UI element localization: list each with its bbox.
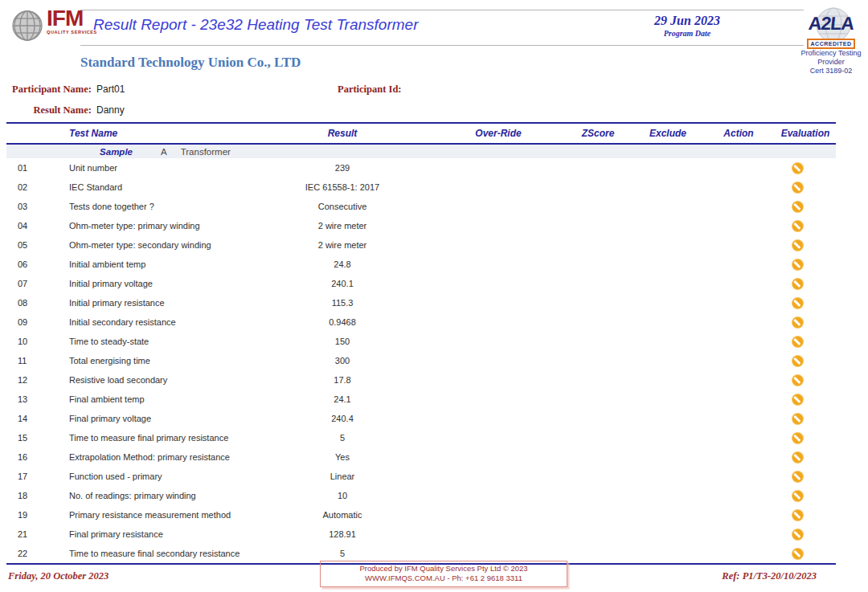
row-test-name: Time to measure final primary resistance [48,433,251,443]
sample-name: Transformer [181,147,231,157]
accreditation-text: Proficiency Testing [796,49,866,58]
table-row: 10 Time to steady-state 150 [6,332,836,351]
table-row: 13 Final ambient temp 24.1 [6,390,836,409]
accredited-badge: ACCREDITED [807,39,856,49]
participant-id-label: Participant Id: [338,84,402,96]
row-result-value: 2 wire meter [251,221,434,231]
producer-contact-line: WWW.IFMQS.COM.AU - Ph: +61 2 9618 3311 [326,574,562,583]
row-evaluation [775,162,836,174]
row-result-value: Yes [251,452,434,462]
row-result-value: 150 [251,337,434,346]
table-row: 02 IEC Standard IEC 61558-1: 2017 [6,178,836,197]
row-evaluation [775,201,836,212]
reference-number: Ref: P1/T3-20/10/2023 [722,570,817,582]
no-evaluation-ban-icon [792,472,803,482]
column-header-over-ride: Over-Ride [434,128,563,139]
row-result-value: 0.9468 [251,317,434,327]
result-name-value: Danny [96,104,241,116]
row-result-value: 17.8 [251,375,434,385]
table-row: 04 Ohm-meter type: primary winding 2 wir… [6,216,836,235]
report-title: Result Report - 23e32 Heating Test Trans… [93,16,418,34]
row-evaluation [775,316,836,328]
row-test-name: Final primary resistance [48,529,251,539]
row-evaluation [775,239,836,251]
row-test-name: Time to measure final secondary resistan… [48,549,251,558]
report-generation-date: Friday, 20 October 2023 [8,570,108,582]
no-evaluation-ban-icon [792,259,803,270]
row-evaluation [775,355,836,366]
row-number: 10 [6,337,48,346]
row-result-value: 24.8 [251,259,434,269]
row-evaluation [775,548,836,559]
row-number: 15 [6,433,48,443]
row-evaluation [775,509,836,521]
row-result-value: IEC 61558-1: 2017 [251,182,434,192]
row-test-name: Initial ambient temp [48,259,251,269]
no-evaluation-ban-icon [792,240,803,251]
row-test-name: Function used - primary [48,472,251,481]
company-name: Standard Technology Union Co., LTD [80,55,301,71]
table-row: 11 Total energising time 300 [6,351,836,370]
a2la-mark: A2LA [795,13,868,35]
table-row: 14 Final primary voltage 240.4 [6,409,836,428]
table-row: 05 Ohm-meter type: secondary winding 2 w… [6,235,836,255]
row-number: 05 [6,240,48,250]
producer-line: Produced by IFM Quality Services Pty Ltd… [326,564,562,574]
row-evaluation [775,220,836,231]
row-test-name: Total energising time [48,356,251,365]
row-result-value: 128.91 [251,529,434,539]
no-evaluation-ban-icon [792,375,803,386]
row-test-name: Time to steady-state [48,337,251,346]
row-number: 06 [6,259,48,269]
program-date-block: 29 Jun 2023 Program Date [635,14,739,38]
row-result-value: 5 [251,433,434,443]
row-evaluation [775,413,836,424]
table-row: 07 Initial primary voltage 240.1 [6,274,836,293]
row-result-value: 240.4 [251,414,434,423]
row-number: 03 [6,202,48,211]
row-number: 13 [6,394,48,404]
title-band: Result Report - 23e32 Heating Test Trans… [80,10,804,46]
column-header-evaluation: Evaluation [775,128,836,139]
accreditation-cert-number: Cert 3189-02 [796,67,866,76]
row-number: 08 [6,298,48,308]
row-test-name: Ohm-meter type: primary winding [48,221,251,231]
results-table: Test Name Result Over-Ride ZScore Exclud… [6,122,836,565]
row-test-name: Extrapolation Method: primary resistance [48,452,251,462]
producer-info-box: Produced by IFM Quality Services Pty Ltd… [320,561,567,587]
row-result-value: 2 wire meter [251,240,434,250]
row-number: 19 [6,510,48,520]
row-test-name: Tests done together ? [48,202,251,211]
row-number: 16 [6,452,48,462]
participant-name-label: Participant Name: [10,84,92,96]
program-date-label: Program Date [635,29,739,38]
no-evaluation-ban-icon [792,202,803,212]
table-header-row: Test Name Result Over-Ride ZScore Exclud… [6,122,836,145]
row-number: 22 [6,549,48,558]
table-row: 16 Extrapolation Method: primary resista… [6,447,836,467]
row-test-name: Initial secondary resistance [48,317,251,327]
no-evaluation-ban-icon [792,433,803,443]
row-evaluation [775,394,836,405]
row-result-value: 240.1 [251,279,434,288]
row-test-name: Initial primary resistance [48,298,251,308]
no-evaluation-ban-icon [792,491,803,501]
row-test-name: Initial primary voltage [48,279,251,288]
row-evaluation [775,490,836,501]
sample-group-row: Sample A Transformer [6,145,836,158]
table-row: 12 Resistive load secondary 17.8 [6,370,836,390]
no-evaluation-ban-icon [792,452,803,463]
table-row: 08 Initial primary resistance 115.3 [6,293,836,312]
row-result-value: 115.3 [251,298,434,308]
row-test-name: No. of readings: primary winding [48,491,251,500]
table-body: 01 Unit number 239 02 IEC Standard IEC 6… [6,158,836,565]
row-evaluation [775,451,836,463]
report-page: IFM QUALITY SERVICES Result Report - 23e… [0,0,868,592]
row-result-value: Consecutive [251,202,434,211]
row-result-value: Automatic [251,510,434,520]
no-evaluation-ban-icon [792,394,803,405]
row-result-value: 10 [251,491,434,500]
table-row: 06 Initial ambient temp 24.8 [6,255,836,274]
participant-row: Participant Name: Part01 Participant Id: [10,84,551,96]
table-row: 15 Time to measure final primary resista… [6,428,836,447]
